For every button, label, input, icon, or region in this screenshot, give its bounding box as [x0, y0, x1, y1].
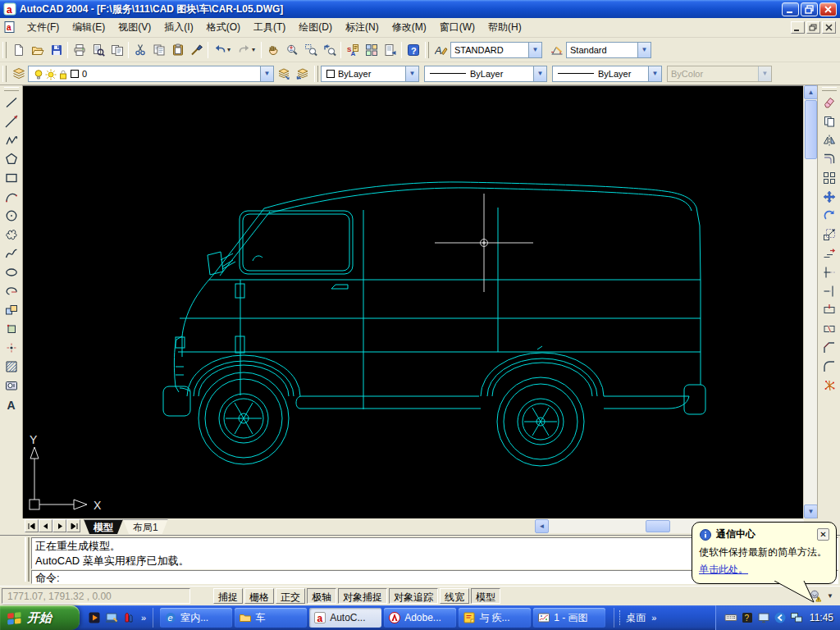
layer-properties-button[interactable] — [9, 64, 28, 83]
layer-lock-icon[interactable] — [57, 68, 68, 80]
mdi-close-button[interactable] — [822, 21, 836, 34]
array-button[interactable] — [819, 168, 839, 187]
horizontal-scroll-thumb[interactable] — [646, 520, 670, 532]
menu-item-6[interactable]: 绘图(D) — [292, 18, 339, 37]
menu-item-8[interactable]: 修改(M) — [386, 18, 433, 37]
layer-freeze-sun-icon[interactable] — [44, 68, 56, 80]
media-player-icon[interactable] — [88, 611, 102, 625]
status-toggle-4[interactable]: 对象捕捉 — [338, 588, 387, 604]
tool-palettes-button[interactable] — [381, 40, 399, 59]
close-button[interactable] — [819, 2, 837, 16]
toolbar-grip[interactable] — [4, 87, 19, 91]
toolbar-grip[interactable] — [822, 87, 837, 91]
restore-button[interactable] — [801, 2, 818, 16]
zoom-window-button[interactable] — [301, 40, 320, 59]
layer-previous-button[interactable] — [293, 64, 312, 83]
cut-button[interactable] — [130, 40, 149, 59]
tab-layout1[interactable]: 布局1 — [123, 519, 168, 534]
scale-button[interactable] — [819, 225, 839, 244]
text-style-button[interactable]: A — [431, 40, 450, 59]
scroll-down-icon[interactable]: ▼ — [804, 504, 818, 518]
minimize-button[interactable] — [782, 2, 799, 16]
chevron-down-icon[interactable]: ▼ — [637, 43, 651, 57]
hatch-button[interactable] — [2, 357, 21, 376]
menu-item-4[interactable]: 格式(O) — [200, 18, 247, 37]
vertical-scrollbar[interactable]: ▲ ▼ — [803, 85, 817, 518]
publish-button[interactable] — [107, 40, 126, 59]
polygon-button[interactable] — [2, 149, 21, 168]
balloon-close-icon[interactable]: ✕ — [817, 528, 829, 541]
first-tab-button[interactable] — [25, 519, 39, 532]
taskbar-button-0[interactable]: e室内... — [160, 608, 232, 628]
revision-cloud-button[interactable] — [2, 225, 21, 244]
tab-model[interactable]: 模型 — [84, 519, 123, 534]
menu-item-10[interactable]: 帮助(H) — [482, 18, 528, 37]
start-button[interactable]: 开始 — [0, 605, 80, 630]
chevron-down-icon[interactable]: ▼ — [533, 66, 546, 81]
status-toggle-3[interactable]: 极轴 — [307, 588, 336, 604]
paste-button[interactable] — [168, 40, 187, 59]
taskbar-button-1[interactable]: 车 — [235, 608, 307, 628]
status-toggle-6[interactable]: 线宽 — [440, 588, 469, 604]
prev-tab-button[interactable] — [39, 519, 52, 532]
line-button[interactable] — [2, 93, 21, 112]
layer-combo[interactable]: 0 ▼ — [28, 66, 274, 82]
arc-button[interactable] — [2, 187, 21, 206]
new-file-button[interactable] — [9, 40, 28, 59]
command-window-grip[interactable] — [25, 537, 30, 582]
ime-icon[interactable]: ? — [741, 611, 754, 624]
last-tab-button[interactable] — [66, 519, 80, 532]
break-button[interactable] — [819, 319, 839, 338]
desktop-toolbar[interactable]: 桌面 » — [614, 608, 663, 628]
match-properties-button[interactable] — [187, 40, 206, 59]
drawing-canvas[interactable]: Y X — [23, 85, 803, 518]
circle-button[interactable] — [2, 206, 21, 225]
chevron-down-icon[interactable]: ▼ — [260, 66, 273, 81]
menu-item-9[interactable]: 窗口(W) — [433, 18, 482, 37]
menu-item-0[interactable]: 文件(F) — [21, 18, 66, 37]
menu-item-1[interactable]: 编辑(E) — [66, 18, 112, 37]
mdi-minimize-button[interactable] — [791, 21, 805, 34]
toolbar-grip[interactable] — [425, 42, 429, 58]
quick-launch-overflow-chevron[interactable]: » — [139, 613, 148, 623]
help-button[interactable]: ? — [404, 40, 422, 59]
desktop-overflow-chevron[interactable]: » — [650, 613, 658, 623]
insert-block-button[interactable] — [2, 300, 21, 319]
taskbar-button-4[interactable]: 与 疾... — [459, 608, 531, 628]
print-button[interactable] — [70, 40, 89, 59]
layer-on-bulb-icon[interactable] — [32, 68, 43, 80]
pens-icon[interactable] — [122, 611, 136, 625]
offset-button[interactable] — [819, 149, 839, 168]
lineweight-combo[interactable]: ByLayer ▼ — [552, 66, 662, 82]
ellipse-arc-button[interactable] — [2, 281, 21, 300]
status-toggle-5[interactable]: 对象追踪 — [389, 588, 438, 604]
show-desktop-icon[interactable] — [105, 611, 119, 625]
layer-color-swatch[interactable] — [71, 70, 79, 78]
chevron-down-icon[interactable]: ▼ — [405, 66, 418, 81]
zoom-previous-button[interactable] — [320, 40, 339, 59]
scroll-left-icon[interactable]: ◄ — [535, 519, 549, 533]
rotate-button[interactable] — [819, 206, 839, 225]
taskbar-button-5[interactable]: 1 - 画图 — [533, 608, 605, 628]
trim-button[interactable] — [819, 262, 839, 281]
erase-button[interactable] — [819, 93, 839, 112]
properties-button[interactable]: SA — [343, 40, 362, 59]
region-button[interactable] — [2, 376, 21, 395]
rectangle-button[interactable] — [2, 168, 21, 187]
status-toggle-0[interactable]: 捕捉 — [213, 588, 243, 604]
dim-style-button[interactable] — [547, 40, 566, 59]
taskbar-button-3[interactable]: Adobe... — [384, 608, 456, 628]
print-preview-button[interactable] — [89, 40, 107, 59]
menu-item-3[interactable]: 插入(I) — [158, 18, 199, 37]
text-style-combo[interactable]: STANDARD ▼ — [450, 42, 542, 58]
color-combo[interactable]: ByLayer ▼ — [321, 66, 419, 82]
explode-button[interactable] — [819, 376, 839, 395]
menu-item-2[interactable]: 视图(V) — [112, 18, 158, 37]
fillet-button[interactable] — [819, 357, 839, 376]
multiline-text-button[interactable]: A — [2, 395, 21, 413]
device-icon[interactable] — [757, 611, 770, 624]
open-file-button[interactable] — [28, 40, 47, 59]
vertical-scroll-thumb[interactable] — [805, 100, 817, 159]
save-button[interactable] — [47, 40, 66, 59]
pan-button[interactable] — [263, 40, 282, 59]
